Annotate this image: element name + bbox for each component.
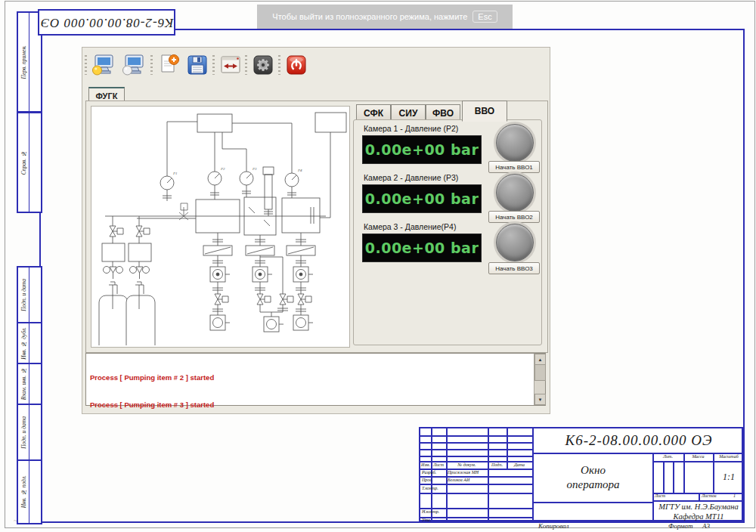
margin-label: Подп. и дата bbox=[20, 416, 27, 449]
tb-listov-value: 1 bbox=[733, 493, 736, 498]
start-vvo3-button[interactable]: Начать ВВО3 bbox=[488, 262, 540, 274]
tb-row-tkontr: Т.контр. bbox=[422, 486, 438, 490]
tb-row-razrab: Разраб. bbox=[422, 470, 436, 475]
top-designation-text: К6-2-08.00.00.000 ОЭ bbox=[40, 15, 174, 30]
scroll-thumb[interactable] bbox=[534, 364, 546, 381]
fullscreen-notice-text: Чтобы выйти из полноэкранного режима, на… bbox=[272, 12, 467, 21]
save-icon[interactable] bbox=[184, 52, 210, 78]
tb-scale-label: Масштаб bbox=[713, 454, 745, 459]
tb-doc-title: Окно оператора bbox=[533, 454, 653, 501]
tab-siu-label: СИУ bbox=[399, 108, 418, 119]
tb-listov-label: Листов bbox=[702, 493, 717, 498]
tb-organization: МГТУ им. Н.Э.Баумана Кафедра МТ11 bbox=[652, 500, 745, 523]
gauge-label-p4: Р4 bbox=[297, 169, 302, 172]
channel-3-round-button[interactable] bbox=[496, 224, 534, 261]
fullscreen-icon[interactable] bbox=[218, 52, 243, 78]
title-block: Изм. Лист № докум. Подп. Дата Разраб. Пр… bbox=[419, 427, 743, 521]
margin-box-inv-dubl: Инв. № дубл. bbox=[17, 322, 42, 364]
tb-designation: К6-2-08.00.00.000 ОЭ bbox=[533, 428, 745, 453]
monitor-on-icon[interactable] bbox=[90, 52, 116, 78]
log-line: Process [ Pumping item # 3 ] started bbox=[90, 401, 214, 410]
tb-doc-title-line2: оператора bbox=[567, 478, 620, 492]
channel-3-display: 0.00e+00 bar bbox=[362, 234, 482, 262]
tb-header-izm: Изм. bbox=[420, 462, 431, 467]
margin-label: Взам. инв. № bbox=[20, 367, 27, 400]
margin-label: Справ. № bbox=[20, 150, 27, 175]
top-designation-stamp: К6-2-08.00.00.000 ОЭ bbox=[38, 9, 175, 36]
power-icon[interactable] bbox=[284, 52, 309, 78]
esc-keycap: Esc bbox=[472, 11, 497, 23]
tab-fvo-label: ФВО bbox=[432, 108, 454, 119]
log-line: Process [ Pumping item # 2 ] started bbox=[90, 373, 214, 382]
margin-label: Подп. и дата bbox=[20, 279, 27, 311]
kopiroval-label: Копировал bbox=[538, 522, 569, 530]
tb-massa-label: Масса bbox=[683, 454, 713, 459]
channel-2-round-button[interactable] bbox=[496, 174, 534, 212]
toolbar-gripper[interactable] bbox=[245, 55, 247, 75]
tb-list-label: Лист bbox=[655, 493, 665, 498]
margin-box-podp-data-2: Подп. и дата bbox=[17, 404, 42, 461]
start-vvo2-button[interactable]: Начать ВВО2 bbox=[488, 211, 540, 223]
tb-org-line2: Кафедра МТ11 bbox=[674, 512, 724, 521]
scroll-up-button[interactable]: ▲ bbox=[534, 354, 546, 365]
gauge-label-p2: Р2 bbox=[220, 167, 225, 171]
margin-label: Инв. № дубл. bbox=[20, 327, 27, 360]
process-diagram: Р1 Р2 Р3 Р4 bbox=[91, 107, 348, 345]
tb-lit-label: Лит. bbox=[652, 454, 683, 459]
channel-2-display: 0.00e+00 bar bbox=[362, 184, 482, 213]
margin-box-vzam-inv: Взам. инв. № bbox=[17, 363, 42, 405]
margin-label: Перв. примен. bbox=[20, 45, 27, 79]
tb-header-podp: Подп. bbox=[488, 462, 507, 467]
scroll-down-button[interactable]: ▼ bbox=[534, 394, 546, 405]
gauge-label-p1: Р1 bbox=[172, 172, 178, 175]
gauge-label-p3: Р3 bbox=[252, 167, 257, 171]
tb-name-prov: Беликов АИ bbox=[448, 478, 469, 482]
margin-box-inv-podl: Инв. № подл. bbox=[17, 459, 42, 524]
margin-box-sprav-n: Справ. № bbox=[17, 112, 42, 213]
margin-box-podp-data-1: Подп. и дата bbox=[17, 266, 42, 323]
tb-row-utv: Утв. bbox=[422, 518, 431, 522]
tb-header-list: Лист bbox=[431, 462, 446, 467]
toolbar-gripper[interactable] bbox=[278, 55, 280, 75]
operator-app-window: ФУГК bbox=[82, 47, 550, 414]
format-label: Формат bbox=[668, 522, 693, 530]
channel-1-display: 0.00e+00 bar bbox=[362, 135, 482, 164]
tab-vvo-label: ВВО bbox=[475, 106, 494, 116]
tb-doc-title-line1: Окно bbox=[581, 463, 606, 478]
tb-scale-value: 1:1 bbox=[713, 461, 745, 493]
tb-name-razrab: Присяжная МН bbox=[448, 470, 479, 475]
drawing-sheet: Чтобы выйти из полноэкранного режима, на… bbox=[0, 0, 756, 532]
start-vvo1-button[interactable]: Начать ВВО1 bbox=[488, 161, 540, 173]
tb-row-nkontr: Н.контр. bbox=[422, 509, 439, 514]
channel-1-round-button[interactable] bbox=[496, 124, 534, 162]
margin-label: Инв. № подл. bbox=[20, 475, 27, 508]
tb-header-ndokum: № докум. bbox=[446, 462, 488, 467]
tb-header-data: Дата bbox=[507, 462, 532, 467]
tb-org-line1: МГТУ им. Н.Э.Баумана bbox=[658, 502, 738, 512]
toolbar-gripper[interactable] bbox=[150, 55, 153, 75]
fullscreen-notice: Чтобы выйти из полноэкранного режима, на… bbox=[257, 5, 513, 29]
settings-gear-icon[interactable] bbox=[250, 52, 276, 78]
tab-fugk-label: ФУГК bbox=[96, 91, 118, 101]
tb-row-prov: Пров. bbox=[422, 478, 432, 482]
log-box: Process [ Pumping item # 2 ] started Pro… bbox=[85, 353, 546, 406]
tab-vvo[interactable]: ВВО bbox=[462, 101, 507, 122]
toolbar-gripper[interactable] bbox=[212, 55, 215, 75]
new-document-icon[interactable] bbox=[156, 52, 181, 78]
monitor-off-icon[interactable] bbox=[120, 52, 146, 78]
tab-sfk-label: СФК bbox=[364, 108, 383, 119]
process-diagram-area: Р1 Р2 Р3 Р4 bbox=[91, 106, 350, 348]
log-scrollbar[interactable]: ▲ ▼ bbox=[534, 354, 545, 405]
format-value: А3 bbox=[702, 522, 710, 530]
toolbar-gripper[interactable] bbox=[85, 55, 87, 75]
